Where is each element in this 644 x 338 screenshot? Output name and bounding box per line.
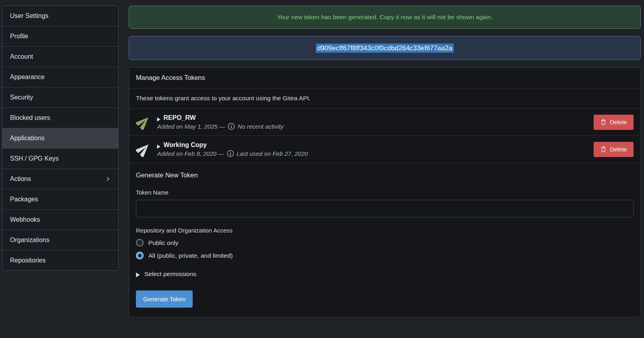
sidebar-item-label: Webhooks (10, 216, 40, 223)
info-icon (227, 150, 234, 157)
sidebar-item-appearance[interactable]: Appearance (2, 67, 118, 87)
radio-icon[interactable] (136, 252, 144, 259)
radio-icon[interactable] (136, 239, 144, 247)
sidebar-item-organizations[interactable]: Organizations (2, 230, 118, 251)
banner-message: Your new token has been generated. Copy … (277, 14, 493, 21)
radio-option-public-only[interactable]: Public only (136, 239, 634, 247)
sidebar-item-label: Security (10, 94, 33, 101)
sidebar-item-label: Applications (10, 135, 44, 142)
chevron-right-icon (105, 176, 111, 182)
new-token-value[interactable]: d909ecff67f8ff343c0f0cdbd264c33ef677aa2a (316, 44, 454, 53)
sidebar-item-label: Repositories (10, 257, 46, 264)
panel-title: Manage Access Tokens (129, 68, 640, 88)
manage-access-tokens-panel: Manage Access Tokens These tokens grant … (129, 67, 641, 317)
sidebar-item-label: Packages (10, 196, 38, 203)
token-activity: No recent activity (237, 123, 283, 130)
token-expand-toggle[interactable]: Working Copy (157, 141, 588, 149)
delete-token-button[interactable]: Delete (594, 142, 634, 157)
sidebar-item-label: Organizations (10, 237, 50, 244)
new-token-display-box: d909ecff67f8ff343c0f0cdbd264c33ef677aa2a (129, 36, 641, 60)
token-info: REPO_RW Added on May 1, 2025 — No recent… (157, 114, 588, 130)
token-added-date: Added on May 1, 2025 — (157, 123, 225, 130)
delete-button-label: Delete (610, 146, 627, 153)
sidebar-title-user-settings: User Settings (2, 6, 118, 26)
sidebar-item-label: Actions (10, 175, 31, 183)
paper-plane-icon (136, 142, 151, 157)
token-info: Working Copy Added on Feb 8, 2020 — Last… (157, 141, 588, 157)
token-name-label: Token Name (136, 189, 634, 196)
radio-option-all[interactable]: All (public, private, and limited) (136, 252, 634, 259)
sidebar-item-label: Profile (10, 33, 28, 40)
expand-triangle-icon (157, 143, 160, 147)
trash-icon (600, 146, 606, 153)
expand-triangle-icon (136, 272, 140, 276)
token-expand-toggle[interactable]: REPO_RW (157, 114, 588, 121)
radio-label: All (public, private, and limited) (148, 252, 233, 259)
token-generated-banner: Your new token has been generated. Copy … (129, 6, 641, 29)
token-activity: Last used on Feb 27, 2020 (237, 150, 308, 157)
token-row: REPO_RW Added on May 1, 2025 — No recent… (129, 109, 640, 136)
panel-description: These tokens grant access to your accoun… (129, 88, 640, 109)
generate-token-form: Generate New Token Token Name Repository… (129, 163, 640, 317)
sidebar-item-applications[interactable]: Applications (2, 128, 118, 149)
page: User Settings Profile Account Appearance… (0, 0, 644, 323)
token-name: Working Copy (163, 141, 207, 149)
trash-icon (600, 119, 606, 125)
token-meta: Added on Feb 8, 2020 — Last used on Feb … (157, 150, 588, 157)
radio-label: Public only (148, 239, 178, 247)
select-permissions-toggle[interactable]: Select permissions (136, 270, 634, 278)
token-added-date: Added on Feb 8, 2020 — (157, 150, 224, 157)
info-icon (228, 123, 235, 130)
delete-button-label: Delete (610, 119, 627, 125)
main-content: Your new token has been generated. Copy … (129, 6, 641, 317)
sidebar-item-label: Blocked users (10, 114, 50, 121)
sidebar-title-label: User Settings (10, 12, 48, 20)
sidebar-item-label: Account (10, 53, 33, 60)
settings-sidebar: User Settings Profile Account Appearance… (2, 6, 119, 271)
sidebar-item-profile[interactable]: Profile (2, 26, 118, 47)
expand-triangle-icon (157, 116, 160, 120)
sidebar-item-blocked-users[interactable]: Blocked users (2, 108, 118, 128)
sidebar-item-packages[interactable]: Packages (2, 189, 118, 210)
paper-plane-icon (136, 115, 151, 130)
token-name: REPO_RW (163, 114, 196, 121)
sidebar-item-webhooks[interactable]: Webhooks (2, 210, 118, 230)
generate-token-button[interactable]: Generate Token (136, 290, 193, 308)
form-section-title: Generate New Token (136, 171, 634, 179)
sidebar-item-repositories[interactable]: Repositories (2, 251, 118, 270)
sidebar-item-account[interactable]: Account (2, 47, 118, 67)
sidebar-item-security[interactable]: Security (2, 87, 118, 108)
sidebar-item-label: Appearance (10, 74, 44, 81)
sidebar-item-actions[interactable]: Actions (2, 169, 118, 189)
repo-org-access-label: Repository and Organization Access (136, 227, 634, 234)
sidebar-item-label: SSH / GPG Keys (10, 155, 59, 162)
token-meta: Added on May 1, 2025 — No recent activit… (157, 123, 588, 130)
token-name-input[interactable] (136, 200, 634, 217)
select-permissions-label: Select permissions (144, 270, 196, 278)
sidebar-item-ssh-gpg-keys[interactable]: SSH / GPG Keys (2, 149, 118, 169)
delete-token-button[interactable]: Delete (594, 115, 634, 130)
token-row: Working Copy Added on Feb 8, 2020 — Last… (129, 136, 640, 163)
